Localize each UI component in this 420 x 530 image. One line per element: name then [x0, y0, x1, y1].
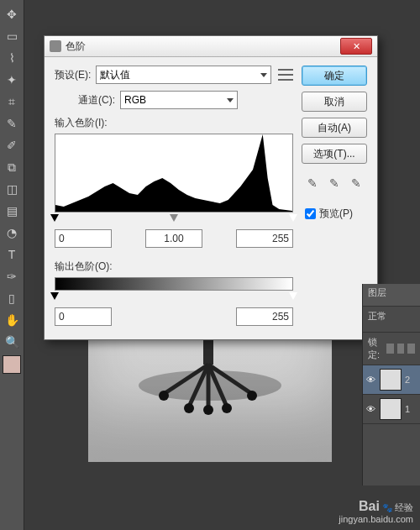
stamp-tool-icon[interactable]: ⧉ — [2, 157, 22, 177]
output-black-field[interactable]: 0 — [55, 307, 112, 326]
black-eyedropper-icon[interactable]: ✎ — [305, 176, 320, 192]
input-gamma-field[interactable]: 1.00 — [145, 229, 202, 248]
eyedropper-group: ✎ ✎ ✎ — [302, 176, 367, 192]
output-gradient — [55, 277, 293, 291]
zoom-tool-icon[interactable]: 🔍 — [2, 332, 22, 352]
toolbar: ✥ ▭ ⌇ ✦ ⌗ ✎ ✐ ⧉ ◫ ▤ ◔ T ✑ ▯ ✋ 🔍 — [0, 0, 24, 530]
watermark-brand2: 经验 — [395, 502, 413, 512]
dialog-titlebar[interactable]: 色阶 ✕ — [45, 36, 377, 57]
shape-tool-icon[interactable]: ▯ — [2, 288, 22, 308]
layer-name: 2 — [405, 375, 410, 385]
input-levels-label: 输入色阶(I): — [55, 116, 293, 130]
lock-label: 锁定: — [368, 336, 383, 361]
layer-name: 1 — [405, 404, 410, 414]
ok-button[interactable]: 确定 — [302, 66, 367, 86]
eraser-tool-icon[interactable]: ◫ — [2, 179, 22, 199]
svg-point-9 — [159, 391, 169, 401]
midtone-slider[interactable] — [170, 214, 178, 222]
preview-label: 预览(P) — [319, 207, 353, 221]
layers-tab[interactable]: 图层 — [363, 284, 420, 307]
close-button[interactable]: ✕ — [340, 38, 372, 55]
watermark-url: jingyan.baidu.com — [339, 514, 413, 525]
preset-label: 预设(E): — [55, 68, 91, 82]
layers-panel: 图层 正常 锁定: 👁 2 👁 1 — [362, 284, 420, 485]
output-white-slider[interactable] — [289, 292, 297, 300]
channel-value: RGB — [124, 94, 146, 106]
layer-row[interactable]: 👁 2 — [363, 365, 420, 395]
watermark: Bai 🐾 经验 jingyan.baidu.com — [339, 498, 413, 525]
lasso-tool-icon[interactable]: ⌇ — [2, 48, 22, 68]
path-tool-icon[interactable]: ✑ — [2, 266, 22, 286]
lock-row: 锁定: — [363, 333, 420, 365]
channel-label: 通道(C): — [78, 93, 115, 108]
crop-tool-icon[interactable]: ⌗ — [2, 92, 22, 112]
brush-tool-icon[interactable]: ✐ — [2, 135, 22, 155]
gradient-tool-icon[interactable]: ▤ — [2, 201, 22, 221]
input-black-field[interactable]: 0 — [55, 229, 112, 248]
svg-point-11 — [184, 403, 194, 413]
watermark-brand: Bai — [359, 499, 380, 513]
visibility-icon[interactable]: 👁 — [366, 375, 376, 385]
foreground-color-swatch[interactable] — [3, 355, 21, 374]
svg-point-12 — [222, 403, 232, 413]
chevron-down-icon — [260, 73, 267, 77]
auto-button[interactable]: 自动(A) — [302, 118, 367, 138]
output-levels-label: 输出色阶(O): — [55, 260, 293, 274]
text-tool-icon[interactable]: T — [2, 244, 22, 265]
svg-point-10 — [247, 391, 257, 401]
gray-eyedropper-icon[interactable]: ✎ — [327, 176, 342, 192]
layer-row[interactable]: 👁 1 — [363, 395, 420, 424]
lock-position-icon[interactable] — [397, 344, 405, 354]
output-white-field[interactable]: 255 — [236, 307, 293, 326]
blur-tool-icon[interactable]: ◔ — [2, 223, 22, 243]
preset-value: 默认值 — [100, 68, 130, 82]
preview-checkbox-input[interactable] — [305, 208, 316, 219]
levels-icon — [50, 40, 61, 52]
hand-tool-icon[interactable]: ✋ — [2, 310, 22, 330]
layer-thumbnail — [380, 398, 402, 420]
marquee-tool-icon[interactable]: ▭ — [2, 26, 22, 46]
cancel-button[interactable]: 取消 — [302, 92, 367, 112]
input-sliders[interactable] — [55, 214, 293, 224]
lock-pixels-icon[interactable] — [386, 344, 394, 354]
preset-dropdown[interactable]: 默认值 — [96, 66, 271, 84]
lock-all-icon[interactable] — [407, 344, 415, 354]
levels-dialog: 色阶 ✕ 预设(E): 默认值 通道(C): RGB — [44, 35, 378, 340]
options-button[interactable]: 选项(T)... — [302, 144, 367, 164]
svg-point-13 — [203, 405, 213, 415]
preview-checkbox[interactable]: 预览(P) — [302, 206, 367, 222]
black-point-slider[interactable] — [50, 214, 59, 222]
input-white-field[interactable]: 255 — [236, 229, 293, 248]
white-point-slider[interactable] — [289, 214, 297, 222]
chevron-down-icon — [227, 98, 234, 102]
preset-menu-icon[interactable] — [278, 69, 293, 81]
dialog-title: 色阶 — [66, 39, 86, 54]
channel-dropdown[interactable]: RGB — [120, 91, 238, 109]
layer-thumbnail — [380, 369, 402, 391]
output-black-slider[interactable] — [50, 292, 59, 300]
visibility-icon[interactable]: 👁 — [366, 404, 376, 414]
white-eyedropper-icon[interactable]: ✎ — [349, 176, 364, 192]
close-icon: ✕ — [353, 41, 360, 52]
histogram — [55, 134, 293, 213]
blend-mode-dropdown[interactable]: 正常 — [363, 307, 420, 333]
output-sliders[interactable] — [55, 292, 293, 302]
wand-tool-icon[interactable]: ✦ — [2, 70, 22, 90]
eyedropper-tool-icon[interactable]: ✎ — [2, 113, 22, 134]
move-tool-icon[interactable]: ✥ — [2, 4, 22, 24]
